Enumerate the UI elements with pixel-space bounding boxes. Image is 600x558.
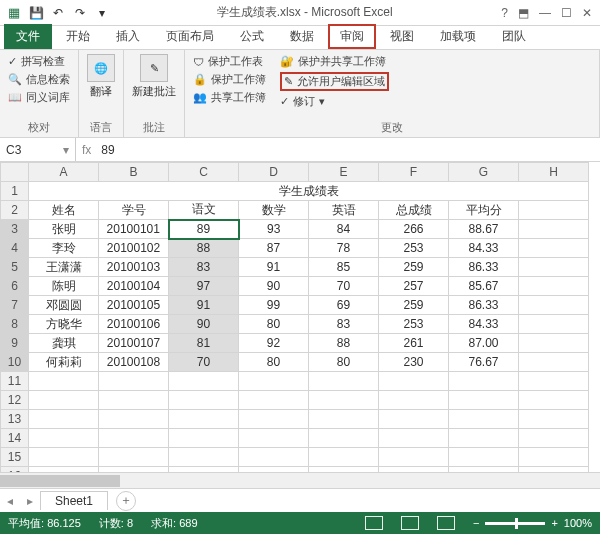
column-header[interactable]: G xyxy=(449,163,519,182)
cell[interactable]: 龚琪 xyxy=(29,334,99,353)
cell[interactable] xyxy=(309,391,379,410)
cell[interactable] xyxy=(449,467,519,473)
zoom-control[interactable]: − + 100% xyxy=(473,517,592,529)
protect-sheet-button[interactable]: 🛡保护工作表 xyxy=(193,54,266,69)
row-header[interactable]: 12 xyxy=(1,391,29,410)
zoom-in-icon[interactable]: + xyxy=(551,517,557,529)
cell[interactable] xyxy=(519,410,589,429)
row-header[interactable]: 2 xyxy=(1,201,29,220)
row-header[interactable]: 15 xyxy=(1,448,29,467)
cell[interactable]: 259 xyxy=(379,258,449,277)
cell[interactable] xyxy=(519,429,589,448)
redo-icon[interactable]: ↷ xyxy=(72,5,88,21)
cell[interactable] xyxy=(519,220,589,239)
protect-workbook-button[interactable]: 🔒保护工作簿 xyxy=(193,72,266,87)
cell[interactable]: 92 xyxy=(239,334,309,353)
cell[interactable] xyxy=(99,429,169,448)
cell[interactable]: 80 xyxy=(239,315,309,334)
zoom-out-icon[interactable]: − xyxy=(473,517,479,529)
cell[interactable]: 20100105 xyxy=(99,296,169,315)
header-cell[interactable]: 总成绩 xyxy=(379,201,449,220)
row-header[interactable]: 14 xyxy=(1,429,29,448)
cell[interactable]: 91 xyxy=(169,296,239,315)
cell[interactable] xyxy=(379,410,449,429)
cell[interactable] xyxy=(99,467,169,473)
cell[interactable]: 20100106 xyxy=(99,315,169,334)
horizontal-scrollbar[interactable] xyxy=(0,472,600,488)
cell[interactable] xyxy=(169,372,239,391)
cell[interactable]: 20100102 xyxy=(99,239,169,258)
cell[interactable]: 86.33 xyxy=(449,258,519,277)
cell[interactable] xyxy=(379,429,449,448)
tab-team[interactable]: 团队 xyxy=(490,24,538,49)
cell[interactable] xyxy=(239,467,309,473)
row-header[interactable]: 6 xyxy=(1,277,29,296)
name-box[interactable]: C3 ▾ xyxy=(0,138,76,161)
cell[interactable]: 230 xyxy=(379,353,449,372)
tab-addins[interactable]: 加载项 xyxy=(428,24,488,49)
cell[interactable]: 91 xyxy=(239,258,309,277)
column-header[interactable]: B xyxy=(99,163,169,182)
cell[interactable]: 20100104 xyxy=(99,277,169,296)
add-sheet-button[interactable]: ＋ xyxy=(116,491,136,511)
cell[interactable] xyxy=(309,429,379,448)
cell[interactable]: 20100107 xyxy=(99,334,169,353)
close-icon[interactable]: ✕ xyxy=(582,6,592,20)
cell[interactable]: 89 xyxy=(169,220,239,239)
view-normal-button[interactable] xyxy=(365,516,383,530)
cell[interactable]: 81 xyxy=(169,334,239,353)
cell[interactable]: 85 xyxy=(309,258,379,277)
cell[interactable] xyxy=(29,448,99,467)
cell[interactable] xyxy=(519,315,589,334)
cell[interactable]: 83 xyxy=(169,258,239,277)
cell[interactable] xyxy=(99,410,169,429)
track-changes-button[interactable]: ✓修订 ▾ xyxy=(280,94,389,109)
cell[interactable] xyxy=(519,353,589,372)
tab-review[interactable]: 审阅 xyxy=(328,24,376,49)
cell[interactable]: 80 xyxy=(239,353,309,372)
cell[interactable] xyxy=(519,467,589,473)
sheet-tab[interactable]: Sheet1 xyxy=(40,491,108,510)
cell[interactable] xyxy=(519,277,589,296)
header-cell[interactable]: 姓名 xyxy=(29,201,99,220)
tab-insert[interactable]: 插入 xyxy=(104,24,152,49)
cell[interactable] xyxy=(169,410,239,429)
cell[interactable] xyxy=(519,201,589,220)
cell[interactable] xyxy=(379,391,449,410)
header-cell[interactable]: 数学 xyxy=(239,201,309,220)
cell[interactable]: 87.00 xyxy=(449,334,519,353)
cell[interactable] xyxy=(519,239,589,258)
cell[interactable] xyxy=(519,448,589,467)
row-header[interactable]: 4 xyxy=(1,239,29,258)
row-header[interactable]: 16 xyxy=(1,467,29,473)
cell[interactable]: 84.33 xyxy=(449,239,519,258)
cell[interactable] xyxy=(29,429,99,448)
share-workbook-button[interactable]: 👥共享工作簿 xyxy=(193,90,266,105)
row-header[interactable]: 1 xyxy=(1,182,29,201)
cell[interactable] xyxy=(99,372,169,391)
cell[interactable]: 86.33 xyxy=(449,296,519,315)
cell[interactable]: 王潇潇 xyxy=(29,258,99,277)
row-header[interactable]: 11 xyxy=(1,372,29,391)
sheet-nav-prev[interactable]: ◂ xyxy=(0,494,20,508)
column-header[interactable]: H xyxy=(519,163,589,182)
cell[interactable] xyxy=(519,258,589,277)
cell[interactable] xyxy=(519,391,589,410)
cell[interactable] xyxy=(169,467,239,473)
cell[interactable]: 99 xyxy=(239,296,309,315)
cell[interactable] xyxy=(379,467,449,473)
cell[interactable]: 70 xyxy=(309,277,379,296)
cell[interactable]: 张明 xyxy=(29,220,99,239)
translate-button[interactable]: 🌐 翻译 xyxy=(87,54,115,99)
view-pagebreak-button[interactable] xyxy=(437,516,455,530)
cell[interactable]: 69 xyxy=(309,296,379,315)
cell[interactable] xyxy=(449,410,519,429)
zoom-slider[interactable] xyxy=(485,522,545,525)
cell[interactable]: 方晓华 xyxy=(29,315,99,334)
cell[interactable] xyxy=(519,296,589,315)
cell[interactable] xyxy=(309,410,379,429)
cell[interactable] xyxy=(239,448,309,467)
cell[interactable] xyxy=(309,467,379,473)
cell[interactable]: 20100108 xyxy=(99,353,169,372)
spellcheck-button[interactable]: ✓拼写检查 xyxy=(8,54,70,69)
